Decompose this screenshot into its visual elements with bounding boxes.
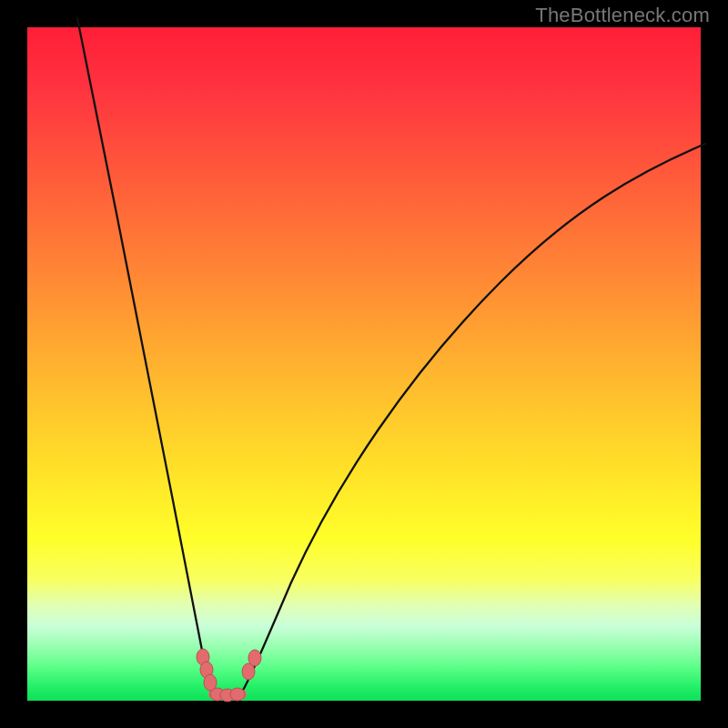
curves-svg <box>27 27 701 701</box>
marker-dot <box>248 650 261 666</box>
watermark-text: TheBottleneck.com <box>535 4 710 27</box>
chart-frame: TheBottleneck.com <box>0 0 728 728</box>
right-branch-curve <box>241 144 705 693</box>
left-branch-curve <box>77 18 214 693</box>
marker-dot <box>230 688 245 701</box>
plot-area <box>27 27 701 701</box>
marker-group <box>197 649 261 702</box>
